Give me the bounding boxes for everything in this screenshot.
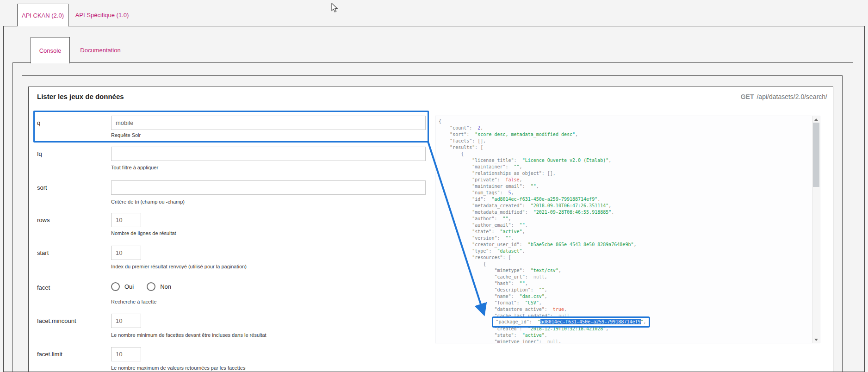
facet-non-radio[interactable] bbox=[147, 282, 155, 291]
field-help-rows: Nombre de lignes de résultat bbox=[111, 230, 176, 236]
sort-input[interactable] bbox=[111, 180, 426, 195]
field-label-facet-limit: facet.limit bbox=[37, 351, 62, 358]
api-ckan-pane: Console Documentation Lister les jeux de… bbox=[3, 26, 865, 372]
http-method: GET bbox=[741, 93, 754, 100]
facet-oui-label: Oui bbox=[124, 283, 134, 290]
endpoint-path: /api/datasets/2.0/search/ bbox=[756, 93, 827, 100]
field-help-start: Index du premier résultat renvoyé (utili… bbox=[111, 264, 247, 269]
tab-api-ckan[interactable]: API CKAN (2.0) bbox=[17, 4, 68, 26]
json-scrollbar[interactable] bbox=[812, 116, 820, 343]
fq-input[interactable] bbox=[111, 147, 426, 161]
field-label-fq: fq bbox=[37, 150, 42, 157]
tab-console[interactable]: Console bbox=[31, 37, 70, 63]
field-label-q: q bbox=[37, 119, 40, 126]
console-content: Lister les jeux de données GET/api/datas… bbox=[22, 75, 843, 372]
field-help-facet-mincount: Le nombre minimum de facettes devant êtr… bbox=[111, 332, 267, 338]
field-help-fq: Tout filtre à appliquer bbox=[111, 165, 158, 170]
json-code: { "count": 2, "sort": "score desc, metad… bbox=[435, 116, 812, 343]
rows-input[interactable] bbox=[111, 213, 141, 227]
facet-limit-input[interactable] bbox=[111, 347, 141, 361]
field-help-facet: Recherche à facette bbox=[111, 299, 156, 304]
facet-oui-radio[interactable] bbox=[111, 282, 120, 291]
field-label-rows: rows bbox=[37, 217, 50, 223]
field-label-start: start bbox=[37, 249, 49, 256]
field-label-facet-mincount: facet.mincount bbox=[37, 317, 76, 324]
facet-mincount-input[interactable] bbox=[111, 314, 141, 328]
package-id-highlight: "package_id": "ad8014ec-f631-450e-a259-7… bbox=[492, 316, 650, 328]
endpoint: GET/api/datasets/2.0/search/ bbox=[741, 93, 827, 100]
field-help-facet-limit: Le nombre maximum de valeurs retournées … bbox=[111, 365, 245, 371]
mouse-cursor-icon bbox=[331, 3, 339, 13]
field-help-sort: Critère de tri (champ ou -champ) bbox=[111, 199, 185, 205]
scrollbar-down-icon[interactable] bbox=[812, 336, 820, 343]
facet-non-label: Non bbox=[160, 283, 171, 290]
field-label-sort: sort bbox=[37, 184, 47, 191]
console-pane: Lister les jeux de données GET/api/datas… bbox=[12, 62, 853, 372]
method-card: Lister les jeux de données GET/api/datas… bbox=[28, 87, 833, 372]
field-help-q: Requête Solr bbox=[111, 132, 141, 138]
scrollbar-up-icon[interactable] bbox=[812, 116, 820, 123]
json-response-panel[interactable]: { "count": 2, "sort": "score desc, metad… bbox=[435, 116, 820, 343]
field-label-facet: facet bbox=[37, 284, 50, 291]
q-input[interactable] bbox=[111, 116, 426, 130]
tab-documentation[interactable]: Documentation bbox=[73, 37, 128, 63]
page-title: Lister les jeux de données bbox=[37, 93, 124, 100]
facet-radio-group: Oui Non bbox=[111, 282, 180, 291]
scrollbar-thumb[interactable] bbox=[813, 123, 819, 187]
tab-api-specifique[interactable]: API Spécifique (1.0) bbox=[68, 4, 136, 26]
start-input[interactable] bbox=[111, 246, 141, 260]
